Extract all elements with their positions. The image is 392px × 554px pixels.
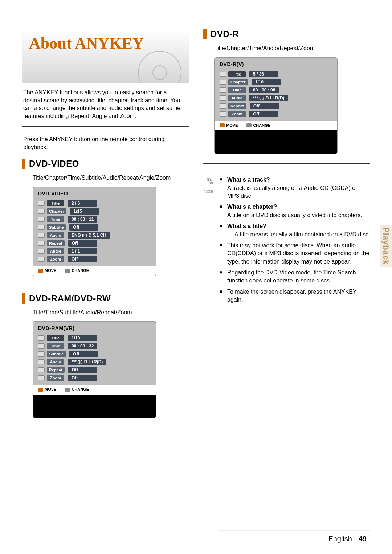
move-label: MOVE [226, 123, 238, 127]
osd-row: SubtitleOff [38, 350, 151, 358]
row-value: *** ▯▯ D L+R(D) [68, 359, 106, 365]
osd-row: ZoomOff [38, 374, 151, 382]
osd-panel-dvd-ram: DVD-RAM(VR) Title1/10Time00 : 00 : 32Sub… [33, 321, 187, 418]
row-icon [220, 103, 226, 109]
osd-row: Time00 : 00 : 08 [220, 86, 332, 94]
page-title: About ANYKEY [29, 34, 181, 53]
row-icon [220, 87, 226, 93]
osd-footer: MOVE CHANGE [33, 385, 156, 395]
osd-row: RepeatOff [220, 102, 332, 110]
row-value: Off [68, 240, 97, 247]
note-item-body: Regarding the DVD-Video mode, the Time S… [227, 269, 356, 284]
osd-row: Angle1 / 1 [38, 247, 151, 255]
row-icon [38, 241, 45, 246]
change-icon [65, 269, 70, 273]
note-item: What's a chapter?A title on a DVD disc i… [220, 203, 370, 219]
row-value: 5 / 36 [249, 71, 278, 77]
osd-panel-dvd-r: DVD-R(V) Title5 / 36Chapter1/10Time00 : … [214, 57, 369, 154]
row-icon [220, 72, 226, 77]
row-icon [38, 351, 45, 357]
divider [22, 126, 189, 127]
osd-row: RepeatOff [38, 366, 151, 374]
section-heading-dvd-r: DVD-R [203, 29, 370, 39]
divider [203, 163, 370, 164]
row-value: 1/10 [68, 335, 97, 341]
row-value: 00 : 00 : 11 [68, 216, 97, 223]
row-value: ENG ▯▯ D 5.1 CH [68, 232, 110, 239]
move-icon [38, 269, 43, 273]
osd-row: Audio*** ▯▯ D L+R(D) [38, 358, 151, 366]
divider [22, 428, 189, 428]
change-label: CHANGE [72, 387, 89, 391]
note-label: Note [203, 188, 216, 194]
osd-row: RepeatOff [38, 239, 151, 247]
row-value: Off [250, 103, 279, 109]
heading-bar-icon [22, 159, 25, 169]
osd-row: Title5 / 36 [220, 70, 332, 78]
note-item: To make the screen disappear, press the … [220, 288, 370, 304]
section-title: DVD-RAM/DVD-RW [29, 293, 111, 304]
instruction-text: Press the ANYKEY button on the remote co… [23, 135, 187, 151]
row-icon [38, 257, 45, 262]
section-heading-dvd-ram: DVD-RAM/DVD-RW [22, 293, 189, 304]
row-label: Audio [228, 95, 246, 101]
row-label: Audio [47, 359, 64, 365]
note-item: What's a title?A title means usually a f… [220, 222, 370, 239]
osd-title: DVD-RAM(VR) [38, 325, 151, 331]
move-label: MOVE [45, 268, 56, 273]
note-item-body: This may not work for some discs. When a… [227, 242, 369, 265]
row-label: Zoom [228, 111, 246, 117]
row-icon [38, 359, 45, 364]
row-icon [220, 95, 226, 101]
row-icon [38, 201, 45, 206]
row-value: Off [68, 367, 97, 373]
divider [22, 286, 189, 286]
row-label: Repeat [228, 103, 246, 109]
section-title: DVD-R [211, 29, 239, 39]
row-value: 00 : 00 : 32 [68, 343, 97, 349]
osd-rows: Title2 / 6Chapter1/15Time00 : 00 : 11Sub… [33, 199, 156, 266]
row-value: 1/10 [252, 79, 281, 85]
row-value: Off [68, 256, 97, 262]
row-icon [220, 80, 226, 85]
osd-row: Title1/10 [38, 334, 151, 342]
change-label: CHANGE [253, 123, 270, 127]
row-label: Subtitle [47, 351, 66, 357]
row-label: Angle [47, 248, 64, 254]
osd-preview-area [33, 395, 156, 418]
row-label: Zoom [47, 375, 64, 381]
row-label: Zoom [47, 256, 64, 262]
osd-row: Chapter1/15 [38, 207, 151, 215]
note-region: ✎ Note What's a track?A track is usually… [203, 171, 370, 307]
row-label: Repeat [47, 367, 65, 373]
row-label: Time [228, 87, 246, 93]
row-icon [38, 375, 45, 380]
osd-rows: Title1/10Time00 : 00 : 32SubtitleOffAudi… [33, 334, 156, 385]
row-icon [38, 249, 45, 254]
row-label: Audio [47, 232, 64, 238]
osd-row: Title2 / 6 [38, 199, 151, 207]
change-icon [65, 388, 70, 392]
row-label: Title [47, 200, 64, 206]
row-icon [38, 217, 45, 222]
row-label: Subtitle [47, 224, 66, 230]
note-item: Regarding the DVD-Video mode, the Time S… [220, 269, 370, 285]
move-icon [220, 123, 225, 127]
section-subtitle: Title/Chapter/Time/Audio/Repeat/Zoom [214, 44, 369, 52]
disc-icon [138, 51, 181, 83]
row-label: Repeat [47, 240, 65, 246]
row-value: 1 / 1 [68, 248, 97, 254]
note-list: What's a track?A track is usually a song… [220, 176, 370, 304]
osd-title: DVD-R(V) [220, 61, 332, 67]
row-value: *** ▯▯ D L+R(D) [249, 95, 288, 101]
change-icon [246, 123, 252, 127]
row-icon [38, 335, 45, 341]
row-value: 2 / 6 [68, 200, 97, 207]
osd-row: ZoomOff [38, 255, 151, 263]
heading-bar-icon [22, 293, 25, 304]
side-tab: Playback [380, 225, 392, 267]
osd-row: Time00 : 00 : 11 [38, 215, 151, 223]
osd-preview-area [215, 130, 337, 154]
row-icon [220, 111, 226, 117]
row-label: Time [47, 216, 64, 222]
